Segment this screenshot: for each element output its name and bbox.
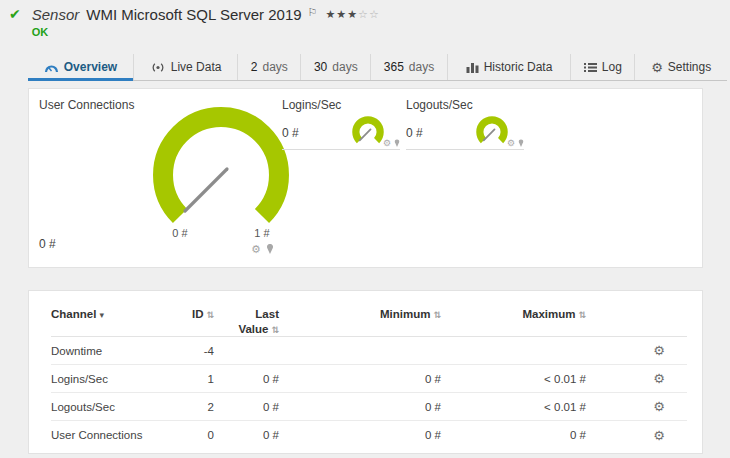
channel-settings-icon[interactable]: ⚙: [586, 372, 687, 385]
gauges-panel: User Connections 0 # 1 # 0 # ⚙ Logins/Se…: [28, 88, 703, 268]
channel-minimum: 0 #: [279, 373, 441, 385]
tab-label-unit: days: [262, 60, 287, 74]
channel-settings-icon[interactable]: ⚙: [586, 344, 687, 357]
table-row: User Connections 0 0 # 0 # 0 # ⚙: [51, 421, 687, 449]
tab-label: Overview: [64, 60, 117, 74]
channels-panel: Channel▾ ID⇅ Last Value⇅ Minimum⇅ Maximu…: [28, 290, 703, 454]
channel-settings-icon[interactable]: ⚙: [586, 400, 687, 413]
channel-maximum: 0 #: [441, 429, 586, 441]
gauge-needle: [484, 129, 495, 140]
gauge-needle: [185, 169, 227, 211]
channel-id: 2: [174, 401, 214, 413]
sort-icon: ⇅: [578, 310, 586, 320]
gauge-max-label: 1 #: [254, 227, 269, 239]
tab-2-days[interactable]: 2 days: [237, 54, 300, 80]
pin-icon[interactable]: [394, 139, 400, 148]
channel-maximum: < 0.01 #: [441, 373, 586, 385]
channel-last-value: 0 #: [214, 373, 279, 385]
historic-data-icon: [466, 62, 479, 73]
channel-name: Logins/Sec: [51, 373, 174, 385]
object-kind-label: Sensor: [32, 6, 80, 23]
primary-gauge-value: 0 #: [39, 237, 56, 251]
column-header-channel[interactable]: Channel▾: [51, 307, 174, 322]
tab-overview[interactable]: Overview: [28, 54, 133, 80]
column-header-label: Maximum: [522, 308, 575, 320]
mini-gauge-value: 0 #: [282, 126, 299, 140]
channel-name: User Connections: [51, 429, 174, 441]
live-data-icon: [150, 62, 166, 73]
table-row: Logins/Sec 1 0 # 0 # < 0.01 # ⚙: [51, 365, 687, 393]
sensor-title-block: Sensor WMI Microsoft SQL Server 2019 ⚐ ★…: [32, 6, 380, 38]
sort-desc-icon: ▾: [99, 310, 104, 320]
log-icon: [584, 62, 597, 73]
channel-name: Logouts/Sec: [51, 401, 174, 413]
channel-last-value: 0 #: [214, 429, 279, 441]
tab-label-number: 365: [384, 60, 404, 74]
mini-gauge-title: Logins/Sec: [282, 98, 400, 112]
mini-gauge-value: 0 #: [406, 126, 423, 140]
primary-gauge-actions: ⚙: [251, 244, 274, 255]
channel-id: 0: [174, 429, 214, 441]
page-title: WMI Microsoft SQL Server 2019: [86, 6, 301, 23]
logins-gauge-block: Logins/Sec 0 # ⚙: [282, 98, 400, 150]
column-header-id[interactable]: ID⇅: [174, 307, 214, 322]
column-header-label: Minimum: [380, 308, 430, 320]
sort-icon: ⇅: [433, 310, 441, 320]
logouts-gauge-actions: ⚙: [507, 139, 524, 148]
gear-icon[interactable]: ⚙: [251, 244, 261, 255]
channel-id: -4: [174, 345, 214, 357]
sort-icon: ⇅: [271, 325, 279, 335]
tab-settings[interactable]: ⚙ Settings: [634, 54, 727, 80]
channel-last-value: 0 #: [214, 401, 279, 413]
column-header-maximum[interactable]: Maximum⇅: [441, 307, 586, 322]
tab-label: Live Data: [171, 60, 222, 74]
gauge-needle: [360, 129, 371, 140]
channel-settings-icon[interactable]: ⚙: [586, 429, 687, 442]
pin-icon[interactable]: [518, 139, 524, 148]
column-header-last-value[interactable]: Last Value⇅: [214, 307, 279, 337]
stars-empty: ☆☆: [358, 8, 380, 20]
column-header-label: Channel: [51, 308, 96, 320]
logins-gauge-actions: ⚙: [383, 139, 400, 148]
tab-label: Settings: [668, 60, 711, 74]
status-badge: OK: [32, 26, 380, 38]
channel-name: Downtime: [51, 345, 174, 357]
overview-gauge-icon: [44, 62, 59, 73]
channel-maximum: < 0.01 #: [441, 401, 586, 413]
tab-label-unit: days: [409, 60, 434, 74]
logouts-gauge-block: Logouts/Sec 0 # ⚙: [406, 98, 524, 150]
channel-minimum: 0 #: [279, 429, 441, 441]
pin-icon[interactable]: [266, 244, 274, 255]
tab-label-number: 30: [314, 60, 327, 74]
stars-filled: ★★★: [325, 8, 358, 20]
gear-icon[interactable]: ⚙: [383, 139, 391, 148]
tab-label: Log: [602, 60, 622, 74]
tab-live-data[interactable]: Live Data: [133, 54, 237, 80]
table-row: Downtime -4 ⚙: [51, 337, 687, 365]
tab-30-days[interactable]: 30 days: [300, 54, 370, 80]
channel-minimum: 0 #: [279, 401, 441, 413]
column-header-label: ID: [192, 308, 204, 320]
tab-historic-data[interactable]: Historic Data: [447, 54, 571, 80]
tab-bar: Overview Live Data 2 days 30 days 365 da…: [28, 54, 727, 81]
table-row: Logouts/Sec 2 0 # 0 # < 0.01 # ⚙: [51, 393, 687, 421]
channels-table: Channel▾ ID⇅ Last Value⇅ Minimum⇅ Maximu…: [51, 301, 687, 449]
gauge-min-label: 0 #: [172, 227, 187, 239]
settings-gear-icon: ⚙: [651, 61, 663, 74]
status-ok-icon: ✔: [9, 6, 21, 22]
table-header-row: Channel▾ ID⇅ Last Value⇅ Minimum⇅ Maximu…: [51, 301, 687, 337]
channel-id: 1: [174, 373, 214, 385]
mini-gauge-title: Logouts/Sec: [406, 98, 524, 112]
sensor-header: ✔ Sensor WMI Microsoft SQL Server 2019 ⚐…: [9, 6, 380, 38]
tab-label-number: 2: [251, 60, 258, 74]
tab-label: Historic Data: [484, 60, 553, 74]
tab-365-days[interactable]: 365 days: [370, 54, 447, 80]
tab-label-unit: days: [332, 60, 357, 74]
gear-icon[interactable]: ⚙: [507, 139, 515, 148]
priority-star-rating[interactable]: ★★★☆☆: [325, 8, 379, 21]
priority-flag-icon[interactable]: ⚐: [308, 6, 318, 19]
sort-icon: ⇅: [206, 310, 214, 320]
tab-log[interactable]: Log: [570, 54, 634, 80]
column-header-minimum[interactable]: Minimum⇅: [279, 307, 441, 322]
